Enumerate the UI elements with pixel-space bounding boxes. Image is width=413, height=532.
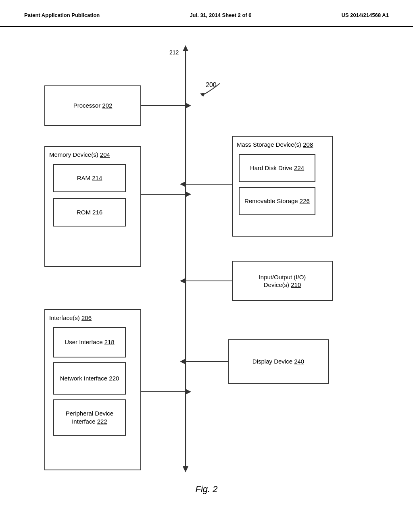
io-box: Input/Output (I/O)Device(s) 210	[232, 261, 333, 301]
header-left: Patent Application Publication	[24, 12, 100, 18]
processor-box: Processor 202	[44, 85, 141, 126]
ni-box: Network Interface 220	[53, 362, 126, 395]
curved-arrow-200	[198, 79, 230, 100]
page: Patent Application Publication Jul. 31, …	[0, 0, 413, 532]
interfaces-box: Interface(s) 206 User Interface 218 Netw…	[44, 309, 141, 470]
ram-box: RAM 214	[53, 164, 126, 192]
svg-marker-24	[200, 93, 205, 97]
svg-marker-6	[183, 466, 188, 472]
ui-box: User Interface 218	[53, 327, 126, 357]
svg-marker-12	[186, 191, 191, 197]
header-right: US 2014/214568 A1	[342, 12, 389, 18]
svg-marker-20	[180, 359, 186, 364]
header-center: Jul. 31, 2014 Sheet 2 of 6	[190, 12, 251, 18]
label-212: 212	[169, 49, 179, 56]
rom-box: ROM 216	[53, 198, 126, 227]
svg-marker-9	[186, 103, 191, 108]
svg-marker-5	[183, 45, 188, 51]
mass-storage-box: Mass Storage Device(s) 208 Hard Disk Dri…	[232, 136, 333, 237]
pdi-box: Peripheral Device Interface 222	[53, 399, 126, 436]
removable-box: Removable Storage 226	[239, 187, 315, 215]
svg-marker-15	[180, 181, 186, 187]
svg-marker-23	[186, 389, 191, 395]
fig-caption: Fig. 2	[195, 484, 217, 495]
diagram-area: 212 200 Processor 202 Memory Device(s) 2…	[0, 27, 413, 503]
display-box: Display Device 240	[228, 339, 329, 384]
hdd-box: Hard Disk Drive 224	[239, 154, 315, 182]
svg-marker-18	[180, 278, 186, 284]
page-header: Patent Application Publication Jul. 31, …	[0, 0, 413, 27]
memory-devices-box: Memory Device(s) 204 RAM 214 ROM 216	[44, 146, 141, 267]
